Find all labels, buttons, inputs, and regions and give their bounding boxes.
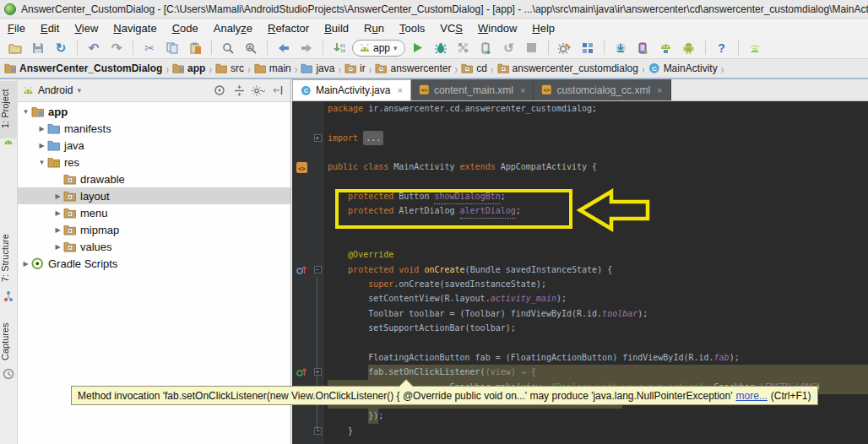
- menu-build[interactable]: Build: [317, 20, 356, 36]
- tree-item-mipmap[interactable]: ▶mipmap: [18, 221, 290, 238]
- tool-button-structure[interactable]: 7: Structure: [0, 228, 18, 289]
- breadcrumb-java[interactable]: java: [300, 62, 335, 74]
- tree-item-layout[interactable]: ▶layout: [18, 187, 290, 204]
- overridden-lambda-icon[interactable]: [296, 366, 307, 377]
- tab-close-icon[interactable]: ×: [657, 85, 662, 95]
- tree-expand-arrow[interactable]: ▶: [52, 243, 63, 251]
- breadcrumb-AnswerCenter_CustomDialog[interactable]: AnswerCenter_CustomDialog: [3, 62, 163, 74]
- breadcrumb-answercenter_customdialog[interactable]: answercenter_customdialog: [496, 62, 639, 74]
- code-line-18[interactable]: FloatingActionButton fab = (FloatingActi…: [292, 350, 868, 365]
- tree-expand-arrow[interactable]: ▶: [36, 142, 47, 149]
- android-monitor-icon[interactable]: [679, 40, 699, 57]
- code-line-4[interactable]: [292, 145, 868, 160]
- menu-navigate[interactable]: Navigate: [106, 20, 164, 36]
- fold-marker[interactable]: └: [314, 427, 322, 435]
- editor-tab-MainActivity.java[interactable]: CMainActivity.java×: [292, 79, 411, 100]
- tree-expand-arrow[interactable]: ▶: [52, 226, 63, 234]
- menu-analyze[interactable]: Analyze: [206, 20, 260, 36]
- hide-panel-icon[interactable]: [270, 84, 285, 97]
- breadcrumb-answercenter[interactable]: answercenter: [374, 62, 452, 74]
- tooltip-more-link[interactable]: more...: [736, 390, 768, 402]
- menu-code[interactable]: Code: [165, 20, 206, 36]
- menu-edit[interactable]: Edit: [33, 20, 67, 36]
- locate-file-icon[interactable]: [212, 84, 227, 97]
- redo-icon[interactable]: ↷: [106, 40, 127, 57]
- project-structure-icon[interactable]: [578, 40, 598, 57]
- editor-tab-content_main.xml[interactable]: <>content_main.xml×: [411, 79, 534, 100]
- code-line-14[interactable]: setContentView(R.layout.activity_main);: [292, 291, 868, 306]
- help-icon[interactable]: ?: [712, 40, 732, 57]
- save-all-icon[interactable]: [28, 40, 48, 57]
- find-icon[interactable]: [218, 40, 238, 57]
- code-line-13[interactable]: super.onCreate(savedInstanceState);: [292, 277, 868, 291]
- line-numbers-icon[interactable]: 0110: [329, 40, 350, 57]
- tab-close-icon[interactable]: ×: [520, 85, 525, 95]
- sync-gradle-icon[interactable]: [656, 40, 676, 57]
- code-line-11[interactable]: @Override: [292, 247, 868, 262]
- code-line-2[interactable]: [292, 116, 868, 130]
- tree-item-res[interactable]: ▼res: [18, 154, 290, 171]
- fold-marker[interactable]: +: [314, 134, 322, 142]
- paste-icon[interactable]: [185, 40, 205, 57]
- editor-tab-customcialog_cc.xml[interactable]: <>customcialog_cc.xml×: [534, 79, 670, 100]
- copy-icon[interactable]: [162, 40, 182, 57]
- run-icon[interactable]: [408, 40, 428, 57]
- debug-icon[interactable]: [431, 40, 451, 57]
- tree-item-drawable[interactable]: drawable: [18, 171, 290, 187]
- replace-icon[interactable]: A: [241, 40, 261, 57]
- tab-close-icon[interactable]: ×: [397, 85, 402, 95]
- overriding-method-icon[interactable]: [296, 264, 307, 275]
- tree-expand-arrow[interactable]: ▼: [36, 159, 47, 166]
- code-line-17[interactable]: [292, 336, 868, 350]
- run-with-coverage-icon[interactable]: [453, 40, 474, 57]
- breadcrumb-src[interactable]: src: [214, 62, 245, 74]
- code-line-23[interactable]: └ }: [292, 424, 868, 438]
- code-line-5[interactable]: <>public class MainActivity extends AppC…: [292, 160, 868, 174]
- code-line-15[interactable]: Toolbar toolbar = (Toolbar) findViewById…: [292, 306, 868, 321]
- code-line-19[interactable]: + fab.setOnClickListener((view) → {: [292, 365, 868, 379]
- collapse-all-icon[interactable]: [231, 84, 247, 97]
- wifi-adb-icon[interactable]: [745, 40, 765, 57]
- tree-expand-arrow[interactable]: ▶: [36, 125, 47, 133]
- tree-item-values[interactable]: ▶values: [18, 238, 290, 255]
- code-line-3[interactable]: +import ...: [292, 131, 868, 145]
- code-line-1[interactable]: package ir.answercenter.cd.answercenter_…: [292, 101, 868, 116]
- tree-item-menu[interactable]: ▶menu: [18, 204, 290, 221]
- fold-marker[interactable]: +: [314, 368, 322, 376]
- menu-refactor[interactable]: Refactor: [260, 20, 317, 36]
- chevron-down-icon[interactable]: ▾: [77, 86, 81, 95]
- open-file-icon[interactable]: [5, 40, 25, 57]
- synchronize-icon[interactable]: ↻: [51, 40, 71, 57]
- cut-icon[interactable]: ✂: [139, 40, 160, 57]
- sdk-manager-icon[interactable]: [610, 40, 631, 57]
- tree-expand-arrow[interactable]: ▶: [52, 192, 63, 200]
- tree-item-manifests[interactable]: ▶manifests: [18, 120, 290, 137]
- tool-button-project[interactable]: 1: Project: [0, 83, 18, 135]
- back-icon[interactable]: [274, 40, 294, 57]
- tool-button-captures[interactable]: Captures: [0, 317, 18, 366]
- fold-marker[interactable]: −: [314, 266, 322, 273]
- menu-file[interactable]: File: [0, 20, 33, 36]
- avd-manager-icon[interactable]: [633, 40, 654, 57]
- tree-item-gradle-scripts[interactable]: ▶Gradle Scripts: [18, 255, 290, 272]
- project-view-selector[interactable]: Android: [38, 84, 73, 96]
- menu-vcs[interactable]: VCS: [432, 20, 470, 36]
- tree-item-app[interactable]: ▼app: [18, 103, 290, 120]
- breadcrumb-cd[interactable]: cd: [460, 62, 488, 74]
- rerun-icon[interactable]: ↺: [499, 40, 519, 57]
- menu-window[interactable]: Window: [470, 20, 524, 36]
- tree-expand-arrow[interactable]: ▼: [20, 108, 31, 116]
- forward-icon[interactable]: [296, 40, 317, 57]
- tree-expand-arrow[interactable]: ▶: [20, 260, 31, 268]
- tree-item-java[interactable]: ▶java: [18, 137, 290, 154]
- breadcrumb-MainActivity[interactable]: CMainActivity: [648, 62, 719, 74]
- breadcrumb-app[interactable]: app: [171, 62, 206, 74]
- gear-icon[interactable]: [251, 84, 266, 97]
- code-line-12[interactable]: − protected void onCreate(Bundle savedIn…: [292, 263, 868, 277]
- menu-view[interactable]: View: [67, 20, 106, 36]
- stop-icon[interactable]: [522, 40, 542, 57]
- code-line-10[interactable]: [292, 233, 868, 247]
- menu-run[interactable]: Run: [356, 20, 392, 36]
- settings-icon[interactable]: [555, 40, 575, 57]
- menu-tools[interactable]: Tools: [392, 20, 432, 36]
